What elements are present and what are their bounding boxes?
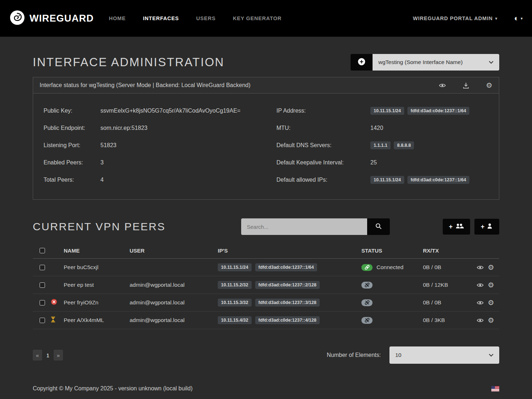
detail-label: Public Endpoint: (44, 125, 100, 131)
detail-label: MTU: (276, 125, 370, 131)
peer-expired-icon (51, 299, 57, 307)
peer-status (361, 282, 423, 289)
peer-actions: ⚙ (474, 299, 499, 306)
nav-item-home[interactable]: HOME (109, 15, 126, 21)
search-icon (375, 223, 382, 231)
edit-peer-gear-icon[interactable]: ⚙ (488, 264, 494, 271)
view-peer-eye-icon[interactable] (477, 265, 484, 270)
brand[interactable]: WIREGUARD (9, 10, 94, 27)
theme-toggle-dropdown[interactable]: ◐ ▾ (514, 14, 523, 23)
elements-per-page-select[interactable]: 10 (389, 346, 499, 364)
user-menu-label: WIREGUARD PORTAL ADMIN (413, 15, 493, 21)
interface-selector-group: wgTesting (Some Interface Name) (351, 54, 499, 71)
header-status: STATUS (361, 248, 423, 254)
interface-settings-gear-icon[interactable]: ⚙ (486, 82, 492, 89)
interface-detail-row: Public Endpoint:som.nicr.ep:51823 (44, 119, 257, 137)
elements-per-page-value: 10 (395, 352, 401, 358)
detail-value: 10.11.15.1/24fdfd:d3ad:c0de:1237::1/64 (370, 176, 469, 184)
ip-badge: fdfd:d3ad:c0de:1237::2/128 (255, 281, 320, 289)
peer-search-group (241, 218, 390, 235)
detail-value: 4 (100, 177, 104, 183)
interface-detail-row: Default allowed IPs:10.11.15.1/24fdfd:d3… (276, 171, 490, 189)
interface-status-card: Interface status for wgTesting (Server M… (33, 77, 499, 200)
plus-circle-icon (357, 58, 366, 67)
interface-detail-row: IP Address:10.11.15.1/24fdfd:d3ad:c0de:1… (276, 102, 490, 119)
ip-badge: 10.11.15.1/24 (370, 176, 404, 184)
detail-label: Default Keepalive Interval: (276, 159, 370, 166)
select-all-checkbox[interactable] (40, 248, 45, 253)
detail-label: Listening Port: (44, 142, 100, 149)
interface-detail-row: Listening Port:51823 (44, 137, 257, 154)
add-multiple-peers-button[interactable]: + (443, 219, 470, 235)
view-peer-eye-icon[interactable] (477, 300, 484, 305)
peer-table-row: Peer ep testadmin@wgportal.local10.11.15… (33, 276, 499, 294)
header-user: USER (130, 248, 218, 254)
ip-badge: 10.11.15.3/32 (218, 299, 252, 307)
ip-badge: fdfd:d3ad:c0de:1237::1/64 (407, 176, 469, 184)
add-peer-button[interactable]: + (474, 219, 499, 235)
ip-badge: 8.8.8.8 (394, 141, 414, 149)
search-button[interactable] (367, 218, 390, 235)
footer: Copyright © My Company 2025 - version un… (0, 378, 532, 399)
edit-peer-gear-icon[interactable]: ⚙ (488, 317, 494, 324)
nav-item-users[interactable]: USERS (196, 15, 216, 21)
peer-actions: ⚙ (474, 281, 499, 289)
peer-search-input[interactable] (241, 218, 367, 235)
ip-badge: fdfd:d3ad:c0de:1237::4/128 (255, 316, 320, 324)
brand-wordmark: WIREGUARD (30, 13, 94, 24)
download-config-icon[interactable] (463, 82, 469, 89)
peer-actions: ⚙ (474, 317, 499, 324)
peers-section-title: CURRENT VPN PEERS (33, 221, 166, 233)
ip-badge: fdfd:d3ad:c0de:1237::3/128 (255, 299, 320, 307)
disconnected-link-slash-icon (361, 299, 373, 306)
peer-select-checkbox[interactable] (40, 282, 45, 288)
ip-badge: 1.1.1.1 (370, 141, 391, 149)
user-menu-dropdown[interactable]: WIREGUARD PORTAL ADMIN ▾ (413, 15, 497, 21)
main-nav: HOMEINTERFACESUSERSKEY GENERATOR (109, 15, 282, 21)
peer-rxtx: 0B / 12KB (423, 282, 474, 288)
peer-select-checkbox[interactable] (40, 265, 45, 270)
peer-user: admin@wgportal.local (130, 317, 218, 323)
pagination: « 1 » (33, 350, 63, 361)
language-us-flag-icon[interactable] (491, 386, 499, 391)
navbar: WIREGUARD HOMEINTERFACESUSERSKEY GENERAT… (0, 0, 532, 37)
add-interface-button[interactable] (351, 54, 373, 71)
nav-item-key-generator[interactable]: KEY GENERATOR (233, 15, 281, 21)
view-peer-eye-icon[interactable] (477, 318, 484, 323)
peer-table-row: Peer A/Xk4mMLadmin@wgportal.local10.11.1… (33, 312, 499, 329)
connected-link-icon (361, 264, 373, 271)
plus-icon: + (449, 223, 453, 231)
edit-peer-gear-icon[interactable]: ⚙ (488, 299, 494, 306)
show-config-eye-icon[interactable] (439, 83, 446, 88)
interface-card-title: Interface status for wgTesting (Server M… (40, 82, 251, 89)
peer-name: Peer buC5cxjl (64, 264, 130, 271)
chevron-down-icon: ▾ (495, 16, 497, 21)
peer-rxtx: 0B / 3KB (423, 317, 474, 323)
interface-select[interactable]: wgTesting (Some Interface Name) (373, 54, 499, 71)
peer-status (361, 317, 423, 324)
pagination-prev-button[interactable]: « (33, 350, 42, 361)
edit-peer-gear-icon[interactable]: ⚙ (488, 281, 494, 289)
peer-checkbox-cell (33, 282, 51, 288)
peer-table-body: Peer buC5cxjl10.11.15.1/24fdfd:d3ad:c0de… (33, 259, 499, 329)
nav-item-interfaces[interactable]: INTERFACES (143, 15, 179, 21)
peer-select-checkbox[interactable] (40, 300, 45, 305)
peer-table: NAME USER IP'S STATUS RX/TX Peer buC5cxj… (33, 243, 499, 329)
peer-state-icon-cell (51, 299, 64, 307)
pagination-next-button[interactable]: » (54, 350, 63, 361)
peer-ips: 10.11.15.1/24fdfd:d3ad:c0de:1237::1/64 (218, 263, 361, 271)
detail-value: ssvmEelxG+k8jsNO5G7cq5r/Ak7liCodAvOyoCg1… (100, 108, 240, 114)
peer-ips: 10.11.15.3/32fdfd:d3ad:c0de:1237::3/128 (218, 299, 361, 307)
single-user-icon (486, 223, 493, 231)
pagination-page-1[interactable]: 1 (43, 350, 53, 361)
ip-badge: 10.11.15.4/32 (218, 316, 252, 324)
peer-select-checkbox[interactable] (40, 318, 45, 323)
wireguard-logo-icon (9, 10, 25, 27)
theme-icon: ◐ (514, 14, 519, 23)
peer-table-row: Peer buC5cxjl10.11.15.1/24fdfd:d3ad:c0de… (33, 259, 499, 276)
peer-name: Peer fryiO9Zn (64, 299, 130, 306)
view-peer-eye-icon[interactable] (477, 282, 484, 288)
interface-detail-row: Default Keepalive Interval:25 (276, 154, 490, 171)
interface-select-value: wgTesting (Some Interface Name) (378, 59, 463, 65)
detail-value: 10.11.15.1/24fdfd:d3ad:c0de:1237::1/64 (370, 107, 469, 115)
